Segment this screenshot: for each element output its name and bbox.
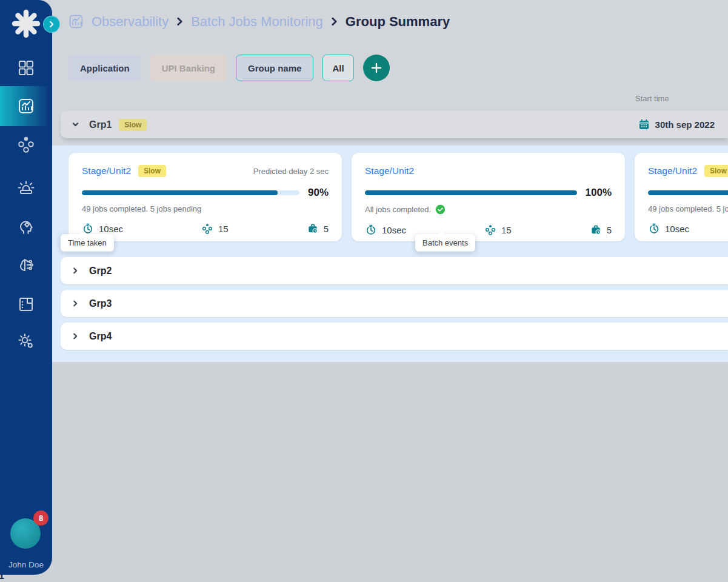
jobs-status-text: All jobs completed. bbox=[365, 205, 431, 214]
sidebar-item-insights[interactable] bbox=[17, 218, 35, 236]
sidebar-item-observability-active[interactable] bbox=[0, 86, 52, 126]
start-time-value: 30th sep 2022 bbox=[655, 119, 715, 130]
sidebar-item-dashboard[interactable] bbox=[17, 59, 35, 77]
sidebar-item-alerts[interactable] bbox=[17, 178, 35, 196]
chevron-right-icon bbox=[330, 17, 338, 26]
batch-events-stat[interactable]: 15 bbox=[201, 222, 229, 235]
observability-chart-icon bbox=[68, 13, 84, 30]
time-taken-stat[interactable]: 10sec bbox=[648, 222, 689, 235]
time-taken-tooltip: Time taken bbox=[61, 234, 114, 252]
chevron-right-icon bbox=[72, 332, 79, 340]
ml-brain-icon bbox=[17, 256, 35, 274]
breadcrumb-batch-jobs-monitoring[interactable]: Batch Jobs Monitoring bbox=[191, 14, 323, 30]
batch-events-icon bbox=[201, 222, 213, 235]
jobs-stat[interactable]: 5 bbox=[307, 222, 329, 235]
group-row-grp1[interactable]: Grp1 Slow 30th sep 2022 bbox=[61, 111, 728, 138]
batch-events-value: 15 bbox=[218, 224, 229, 234]
slow-badge: Slow bbox=[119, 119, 147, 131]
sidebar-item-reports[interactable] bbox=[17, 295, 35, 313]
dimmed-bottom-region: 1 bbox=[0, 362, 728, 582]
app-logo-asterisk-icon bbox=[10, 8, 42, 39]
jobs-value: 5 bbox=[607, 225, 612, 235]
chevron-right-icon bbox=[48, 21, 55, 28]
predicted-delay-text: Predicted delay 2 sec bbox=[253, 167, 329, 176]
jobs-bag-icon bbox=[307, 222, 319, 235]
progress-track bbox=[365, 190, 577, 195]
group-name: Grp1 bbox=[89, 119, 112, 130]
progress-fill bbox=[365, 190, 577, 195]
jobs-value: 5 bbox=[324, 224, 329, 234]
stage-link[interactable]: Stage/Unit2 bbox=[82, 166, 131, 176]
jobs-status-text: 49 jobs completed. 5 jobs pending bbox=[648, 204, 728, 213]
batch-events-icon bbox=[484, 224, 496, 236]
time-taken-value: 10sec bbox=[665, 224, 689, 234]
group-name: Grp4 bbox=[89, 331, 112, 342]
stage-card-1: Stage/Unit2 Slow Predicted delay 2 sec 9… bbox=[68, 153, 342, 241]
sidebar-collapse-toggle[interactable] bbox=[43, 16, 60, 33]
batch-events-stat[interactable]: 15 bbox=[484, 224, 512, 236]
group-name: Grp2 bbox=[89, 266, 112, 276]
batch-events-tooltip: Batch events bbox=[415, 234, 475, 252]
slow-badge: Slow bbox=[138, 165, 166, 177]
group-row-grp3[interactable]: Grp3 bbox=[61, 290, 728, 317]
stage-card-2: Stage/Unit2 100% All jobs completed. 10s… bbox=[352, 153, 625, 241]
group-row-grp4[interactable]: Grp4 bbox=[61, 323, 728, 350]
alerts-siren-icon bbox=[17, 178, 35, 196]
jobs-stat[interactable]: 5 bbox=[590, 224, 612, 236]
start-time-column-header: Start time bbox=[635, 94, 669, 103]
timer-icon bbox=[365, 224, 377, 236]
success-check-icon bbox=[435, 204, 446, 215]
sidebar-item-pipelines[interactable] bbox=[17, 135, 35, 153]
chevron-right-icon bbox=[176, 17, 184, 26]
calendar-icon bbox=[638, 119, 650, 130]
dashboard-grid-icon bbox=[17, 59, 35, 77]
breadcrumb-observability[interactable]: Observability bbox=[92, 14, 169, 30]
chevron-right-icon bbox=[72, 267, 79, 275]
insights-head-icon bbox=[17, 218, 35, 236]
sidebar: 8 John Doe bbox=[0, 0, 52, 575]
timer-icon bbox=[648, 222, 660, 235]
all-filter-button[interactable]: All bbox=[322, 55, 353, 81]
breadcrumb: Observability Batch Jobs Monitoring Grou… bbox=[68, 13, 450, 30]
group-name-filter-button[interactable]: Group name bbox=[236, 55, 313, 81]
filter-bar: Application UPI Banking Group name All bbox=[68, 55, 390, 81]
progress-fill bbox=[648, 190, 728, 195]
progress-percent: 90% bbox=[308, 187, 329, 199]
stage-link[interactable]: Stage/Unit2 bbox=[648, 166, 697, 176]
slow-badge: Slow bbox=[704, 165, 728, 177]
pipeline-nodes-icon bbox=[17, 135, 35, 153]
group-row-grp2[interactable]: Grp2 bbox=[61, 257, 728, 284]
time-taken-stat[interactable]: 10sec bbox=[365, 224, 406, 236]
time-taken-value: 10sec bbox=[99, 224, 123, 234]
jobs-bag-icon bbox=[590, 224, 602, 236]
add-filter-button[interactable] bbox=[363, 55, 390, 81]
progress-percent: 100% bbox=[586, 187, 612, 199]
chevron-right-icon bbox=[72, 299, 79, 307]
sidebar-item-settings[interactable] bbox=[17, 332, 35, 350]
stage-card-3: Stage/Unit2 Slow 90% 49 jobs completed. … bbox=[635, 153, 728, 241]
user-name: John Doe bbox=[0, 560, 52, 569]
batch-events-value: 15 bbox=[501, 225, 512, 235]
plus-icon bbox=[369, 61, 384, 75]
progress-track bbox=[82, 190, 299, 195]
time-taken-stat[interactable]: 10sec bbox=[82, 222, 123, 235]
jobs-status-text: 49 jobs completed. 5 jobs pending bbox=[82, 204, 201, 213]
notification-count-badge: 8 bbox=[33, 510, 48, 526]
spotlight-region: Stage/Unit2 Slow Predicted delay 2 sec 9… bbox=[0, 146, 728, 362]
stage-link[interactable]: Stage/Unit2 bbox=[365, 166, 414, 176]
time-taken-value: 10sec bbox=[382, 225, 406, 235]
settings-gear-icon bbox=[17, 332, 35, 350]
group-name: Grp3 bbox=[89, 298, 112, 309]
breadcrumb-group-summary: Group Summary bbox=[346, 14, 450, 30]
group1-cards-row: Stage/Unit2 Slow Predicted delay 2 sec 9… bbox=[68, 153, 728, 241]
reports-panel-icon bbox=[17, 295, 35, 313]
progress-track bbox=[648, 190, 728, 195]
progress-fill bbox=[82, 190, 278, 195]
chevron-down-icon bbox=[72, 121, 79, 129]
sidebar-item-machine-learning[interactable] bbox=[17, 256, 35, 274]
application-filter-button[interactable]: Application bbox=[68, 55, 141, 81]
observability-chart-icon bbox=[17, 97, 35, 115]
upi-banking-filter-button[interactable]: UPI Banking bbox=[150, 55, 227, 81]
